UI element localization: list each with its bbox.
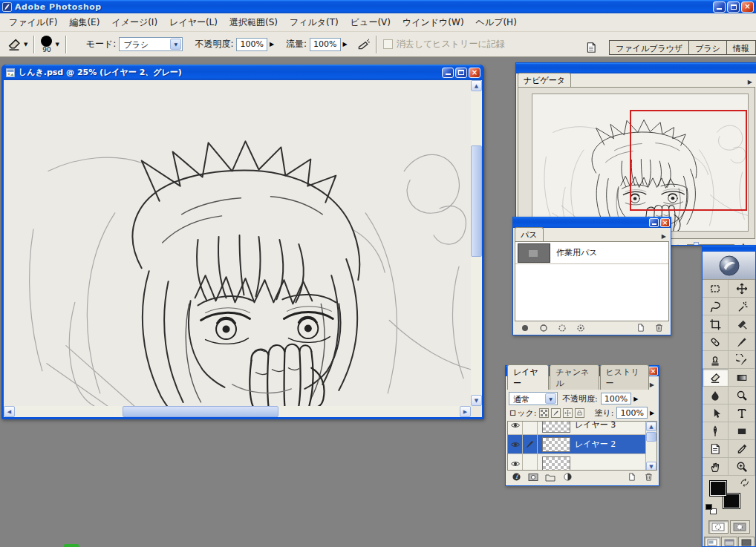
- tool-dodge[interactable]: [729, 387, 755, 404]
- tool-brush[interactable]: [729, 333, 755, 351]
- well-tab-info[interactable]: 情報: [726, 40, 756, 55]
- combo-arrow-icon[interactable]: ▼: [170, 39, 181, 50]
- opacity-input[interactable]: 100%: [236, 38, 267, 51]
- tool-eraser[interactable]: [703, 369, 729, 387]
- layers-scroll-thumb[interactable]: [646, 432, 656, 442]
- paths-titlebar[interactable]: ×: [513, 217, 671, 228]
- scroll-up-button[interactable]: ▲: [471, 80, 482, 91]
- scroll-left-button[interactable]: ◀: [4, 406, 15, 417]
- tab-channels[interactable]: チャンネル: [550, 364, 599, 390]
- menu-view[interactable]: ビュー(V): [345, 14, 397, 31]
- new-path-button[interactable]: [634, 323, 646, 333]
- lock-image-checkbox[interactable]: [551, 408, 561, 418]
- default-colors-icon[interactable]: [706, 504, 717, 515]
- link-cell[interactable]: [523, 454, 538, 471]
- navigator-view-rect[interactable]: [630, 110, 747, 211]
- fill-input[interactable]: 100%: [616, 407, 647, 419]
- menu-layer[interactable]: レイヤー(L): [163, 14, 224, 31]
- tool-zoom[interactable]: [729, 458, 755, 476]
- load-path-as-selection-button[interactable]: [556, 323, 568, 333]
- navigator-zoom-slider-thumb[interactable]: [694, 242, 699, 246]
- tab-navigator[interactable]: ナビゲータ: [518, 73, 571, 87]
- layers-opacity-arrow[interactable]: ▶: [633, 396, 638, 402]
- vertical-scrollbar[interactable]: ▲ ▼: [471, 80, 482, 406]
- stroke-path-button[interactable]: [538, 323, 550, 333]
- scroll-down-button[interactable]: ▼: [471, 395, 482, 406]
- well-tab-file-browser[interactable]: ファイルブラウザ: [609, 40, 689, 55]
- navigator-titlebar[interactable]: [516, 63, 756, 73]
- menu-filter[interactable]: フィルタ(T): [284, 14, 345, 31]
- tool-rectangular-marquee[interactable]: [703, 280, 729, 298]
- well-tab-brushes[interactable]: ブラシ: [688, 40, 727, 55]
- tool-notes[interactable]: [703, 440, 729, 458]
- fill-path-button[interactable]: [519, 323, 531, 333]
- fill-arrow[interactable]: ▶: [650, 410, 654, 416]
- make-work-path-button[interactable]: [575, 323, 587, 333]
- erase-to-history-checkbox[interactable]: [383, 39, 393, 49]
- tool-pen[interactable]: [703, 422, 729, 440]
- delete-layer-button[interactable]: [642, 472, 654, 482]
- document-titlebar[interactable]: しんき.psd @ 25% (レイヤー 2、グレー) ×: [4, 65, 482, 80]
- menu-select[interactable]: 選択範囲(S): [224, 14, 284, 31]
- tool-shape[interactable]: [729, 422, 755, 440]
- standard-mode-button[interactable]: [708, 520, 729, 534]
- add-layer-mask-button[interactable]: [527, 472, 539, 482]
- foreground-color-swatch[interactable]: [709, 480, 727, 497]
- paths-menu-button[interactable]: ▶: [662, 233, 669, 241]
- tool-history-brush[interactable]: [729, 351, 755, 369]
- layers-close-button[interactable]: ×: [648, 367, 658, 376]
- visibility-toggle[interactable]: [508, 435, 523, 454]
- brush-preset-picker[interactable]: 90 ▼: [41, 36, 59, 53]
- layers-scroll-down[interactable]: ▼: [646, 462, 656, 471]
- vertical-scroll-thumb[interactable]: [471, 145, 482, 257]
- delete-path-button[interactable]: [653, 323, 665, 333]
- menu-help[interactable]: ヘルプ(H): [470, 14, 523, 31]
- tool-healing-brush[interactable]: [703, 333, 729, 351]
- layer-row[interactable]: レイヤー 3: [508, 421, 645, 435]
- opacity-slider-arrow[interactable]: ▶: [270, 41, 274, 48]
- visibility-toggle[interactable]: [508, 421, 523, 435]
- tool-crop[interactable]: [703, 315, 729, 333]
- tool-clone-stamp[interactable]: [703, 351, 729, 369]
- swap-colors-icon[interactable]: [740, 478, 750, 488]
- tool-move[interactable]: [729, 280, 755, 298]
- tab-paths[interactable]: パス: [515, 227, 544, 241]
- tool-preset-button[interactable]: ▼: [6, 37, 27, 52]
- minimize-button[interactable]: [713, 1, 726, 13]
- new-adjustment-layer-button[interactable]: [561, 472, 573, 482]
- quick-mask-mode-button[interactable]: [730, 520, 750, 534]
- standard-screen-mode-button[interactable]: [704, 537, 720, 547]
- app-titlebar[interactable]: Adobe Photoshop ×: [0, 0, 756, 13]
- close-button[interactable]: ×: [741, 1, 754, 13]
- flow-input[interactable]: 100%: [310, 38, 340, 51]
- menu-file[interactable]: ファイル(F): [3, 14, 63, 31]
- layer-row[interactable]: [508, 454, 645, 471]
- new-layer-set-button[interactable]: [544, 472, 556, 482]
- layers-menu-button[interactable]: ▶: [650, 381, 657, 390]
- blend-mode-select[interactable]: 通常 ▼: [509, 392, 558, 405]
- lock-position-checkbox[interactable]: [563, 408, 573, 418]
- navigator-menu-button[interactable]: ▶: [748, 79, 755, 87]
- paths-minimize-button[interactable]: [649, 218, 659, 227]
- visibility-toggle[interactable]: [508, 454, 523, 471]
- mode-select[interactable]: ブラシ ▼: [119, 37, 183, 51]
- layers-scroll-up[interactable]: ▲: [646, 422, 656, 431]
- link-cell[interactable]: [523, 421, 538, 435]
- tool-eyedropper[interactable]: [729, 440, 755, 458]
- scroll-right-button[interactable]: ▶: [460, 406, 471, 417]
- layers-opacity-input[interactable]: 100%: [601, 393, 631, 404]
- menu-image[interactable]: イメージ(I): [105, 14, 163, 31]
- tab-history[interactable]: ヒストリー: [600, 364, 649, 390]
- tool-hand[interactable]: [703, 458, 729, 476]
- doc-close-button[interactable]: ×: [469, 68, 480, 78]
- menu-window[interactable]: ウインドウ(W): [397, 14, 470, 31]
- toolbox-titlebar[interactable]: [703, 246, 755, 252]
- file-browser-toggle[interactable]: [583, 40, 599, 55]
- tool-slice[interactable]: [729, 315, 755, 333]
- layers-scrollbar[interactable]: ▲ ▼: [645, 422, 656, 471]
- fullscreen-with-menubar-button[interactable]: [721, 537, 737, 547]
- tool-type[interactable]: [729, 404, 755, 422]
- work-path-row[interactable]: 作業用パス: [515, 242, 668, 264]
- tab-layers[interactable]: レイヤー: [507, 364, 549, 390]
- doc-maximize-button[interactable]: [455, 68, 467, 78]
